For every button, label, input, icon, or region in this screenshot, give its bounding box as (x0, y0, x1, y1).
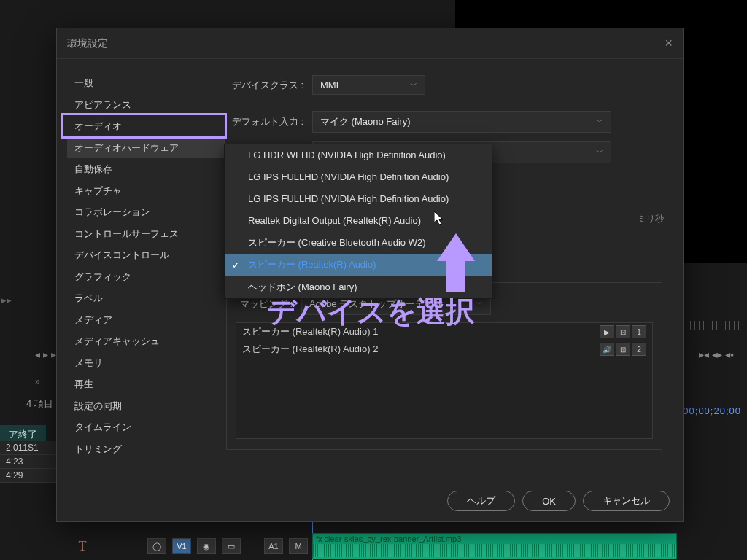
chevron-down-icon: ﹀ (596, 147, 603, 158)
mapping-value: Adobe デスクトップオーディオ (309, 298, 444, 311)
chevron-down-icon: ﹀ (476, 299, 483, 309)
preferences-sidebar: 一般 アピアランス オーディオ オーディオハードウェア 自動保存 キャプチャ コ… (57, 59, 225, 489)
dialog-titlebar: 環境設定 × (57, 28, 683, 59)
chevron-down-icon: ﹀ (410, 80, 417, 90)
output-option[interactable]: Realtek Digital Output (Realtek(R) Audio… (225, 210, 492, 232)
dialog-footer: ヘルプ OK キャンセル (447, 491, 670, 511)
sidebar-item-playback[interactable]: 再生 (67, 373, 225, 395)
ruler-ticks (681, 321, 747, 330)
sidebar-item-general[interactable]: 一般 (67, 72, 225, 94)
output-option[interactable]: LG HDR WFHD (NVIDIA High Definition Audi… (225, 144, 492, 166)
sidebar-item-media-cache[interactable]: メディアキャッシュ (67, 330, 225, 352)
sidebar-item-memory[interactable]: メモリ (67, 352, 225, 374)
output-option-selected[interactable]: ✓ スピーカー (Realtek(R) Audio) (225, 254, 492, 276)
output-option-label: スピーカー (Realtek(R) Audio) (248, 259, 376, 270)
sidebar-item-media[interactable]: メディア (67, 309, 225, 331)
channel-number[interactable]: 1 (632, 325, 646, 338)
project-row[interactable]: 2:011S1 (0, 441, 57, 455)
chevron-down-icon: ﹀ (596, 117, 603, 127)
mapping-row-label: スピーカー (Realtek(R) Audio) 1 (242, 325, 378, 338)
device-class-value: MME (320, 79, 342, 90)
audio-clip[interactable]: fx clear-skies_by_rex-banner_Artlist.mp3 (312, 533, 677, 559)
sidebar-item-autosave[interactable]: 自動保存 (67, 158, 225, 180)
latency-unit: ミリ秒 (638, 213, 664, 225)
sidebar-item-sync-settings[interactable]: 設定の同期 (67, 395, 225, 417)
items-count: 4 項目 (26, 397, 53, 411)
transport-controls-right[interactable]: ▸◂ ◂▸ ◂▪ (699, 349, 734, 360)
default-output-menu[interactable]: LG HDR WFHD (NVIDIA High Definition Audi… (224, 144, 492, 299)
waveform (313, 544, 676, 557)
dialog-title: 環境設定 (67, 37, 108, 50)
track-toggle-icon[interactable]: ◉ (197, 538, 216, 554)
sidebar-item-audio[interactable]: オーディオ (67, 115, 225, 137)
mapping-row-label: スピーカー (Realtek(R) Audio) 2 (242, 343, 378, 356)
sidebar-item-trimming[interactable]: トリミング (67, 438, 225, 460)
route-icon[interactable]: ⊡ (616, 343, 630, 356)
output-mapping-section: マッピング : Adobe デスクトップオーディオ ﹀ スピーカー (Realt… (226, 282, 662, 450)
channel-number[interactable]: 2 (632, 343, 646, 356)
panel-tab-handle[interactable]: » (35, 376, 40, 386)
project-rows: 2:011S1 4:23 4:29 (0, 441, 57, 483)
close-icon[interactable]: × (665, 36, 673, 51)
mapping-row[interactable]: スピーカー (Realtek(R) Audio) 1 ▶ ⊡ 1 (236, 323, 652, 341)
timecode[interactable]: 00;00;20;00 (683, 405, 741, 416)
mapping-list: スピーカー (Realtek(R) Audio) 1 ▶ ⊡ 1 スピーカー (… (236, 322, 653, 439)
output-option[interactable]: LG IPS FULLHD (NVIDIA High Definition Au… (225, 188, 492, 210)
sidebar-item-audio-hardware[interactable]: オーディオハードウェア (67, 137, 225, 159)
preferences-dialog: 環境設定 × 一般 アピアランス オーディオ オーディオハードウェア 自動保存 … (56, 28, 684, 522)
mute-button[interactable]: M (289, 538, 308, 554)
mapping-label: マッピング : (236, 298, 301, 311)
output-option[interactable]: スピーカー (Creative Bluetooth Audio W2) (225, 232, 492, 254)
sidebar-item-labels[interactable]: ラベル (67, 287, 225, 309)
device-class-dropdown[interactable]: MME ﹀ (312, 75, 425, 95)
sidebar-item-device-control[interactable]: デバイスコントロール (67, 244, 225, 266)
ok-button[interactable]: OK (522, 491, 576, 511)
output-option[interactable]: LG IPS FULLHD (NVIDIA High Definition Au… (225, 166, 492, 188)
sidebar-item-control-surface[interactable]: コントロールサーフェス (67, 223, 225, 245)
cursor-icon (434, 211, 446, 229)
track-toggle-icon[interactable]: ◯ (147, 538, 166, 554)
track-header-area: T ◯ V1 ◉ ▭ A1 M S (73, 537, 333, 556)
speaker-icon[interactable]: 🔊 (600, 343, 614, 356)
project-row[interactable]: 4:23 (0, 455, 57, 469)
check-icon: ✓ (232, 258, 239, 273)
track-v1-button[interactable]: V1 (172, 538, 191, 554)
sidebar-item-timeline[interactable]: タイムライン (67, 416, 225, 438)
default-input-value: マイク (Maono Fairy) (320, 115, 411, 128)
track-toggle-icon[interactable]: ▭ (222, 538, 241, 554)
device-class-label: デバイスクラス : (225, 79, 312, 92)
sidebar-item-collaboration[interactable]: コラボレーション (67, 201, 225, 223)
project-row[interactable]: 4:29 (0, 469, 57, 483)
sidebar-item-graphics[interactable]: グラフィック (67, 266, 225, 288)
route-icon[interactable]: ⊡ (616, 325, 630, 338)
default-input-dropdown[interactable]: マイク (Maono Fairy) ﹀ (312, 111, 611, 133)
sidebar-item-capture[interactable]: キャプチャ (67, 180, 225, 202)
fx-badge: fx (316, 534, 322, 543)
sidebar-item-appearance[interactable]: アピアランス (67, 94, 225, 116)
output-option[interactable]: ヘッドホン (Maono Fairy) (225, 276, 492, 298)
type-tool-icon[interactable]: T (73, 537, 92, 556)
help-button[interactable]: ヘルプ (447, 491, 515, 511)
play-icon[interactable]: ▶ (600, 325, 614, 338)
default-input-label: デフォルト入力 : (225, 115, 312, 128)
track-a1-button[interactable]: A1 (264, 538, 283, 554)
clip-name: clear-skies_by_rex-banner_Artlist.mp3 (325, 534, 462, 543)
mapping-row[interactable]: スピーカー (Realtek(R) Audio) 2 🔊 ⊡ 2 (236, 341, 652, 358)
cancel-button[interactable]: キャンセル (583, 491, 670, 511)
preferences-main: デバイスクラス : MME ﹀ デフォルト入力 : マイク (Maono Fai… (225, 59, 683, 489)
collapse-icon[interactable]: ▸▸ (1, 295, 12, 306)
